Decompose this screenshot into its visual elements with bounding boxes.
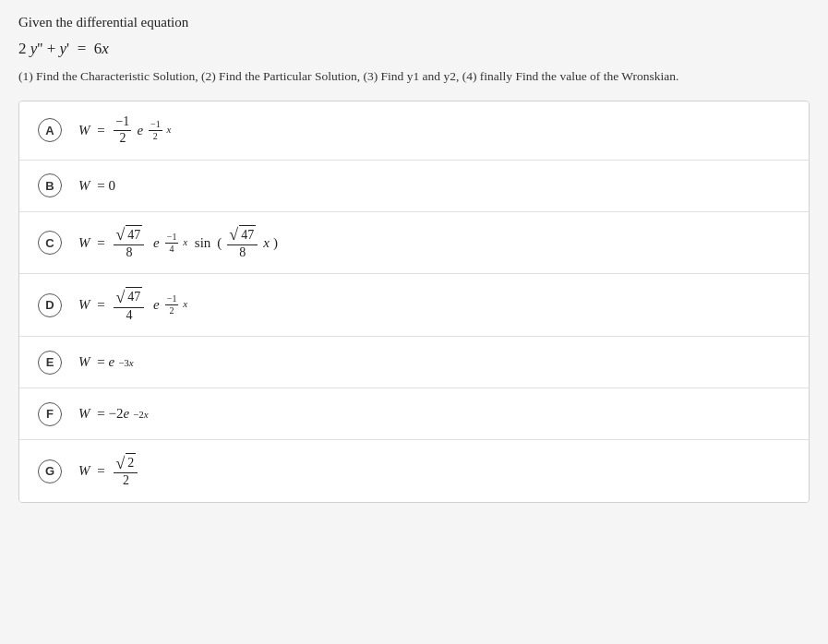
eq-text: 2 y'' + y' = 6x (18, 40, 109, 58)
option-circle-g: G (38, 459, 62, 483)
option-content-c: W = √ 47 8 e −1 4 x sin ( (78, 225, 278, 261)
instruction-text: (1) Find the Characteristic Solution, (2… (18, 69, 810, 84)
option-content-a: W = −1 2 e −1 2 x (78, 114, 171, 147)
option-row-g[interactable]: G W = √ 2 2 (19, 440, 809, 502)
fraction-neg1-2: −1 2 (114, 114, 131, 147)
option-row-a[interactable]: A W = −1 2 e −1 2 x (19, 101, 809, 161)
option-row-b[interactable]: B W = 0 (19, 161, 809, 212)
option-row-d[interactable]: D W = √ 47 4 e −1 2 x (19, 274, 809, 337)
frac-sqrt47-8-c2: √ 47 8 (227, 225, 258, 261)
option-content-b: W = 0 (78, 178, 115, 194)
option-circle-c: C (38, 231, 62, 255)
options-list: A W = −1 2 e −1 2 x B W = 0 C (18, 101, 810, 503)
option-content-g: W = √ 2 2 (78, 453, 139, 489)
option-circle-d: D (38, 293, 62, 317)
option-circle-b: B (38, 173, 62, 197)
option-row-c[interactable]: C W = √ 47 8 e −1 4 x (19, 212, 809, 275)
option-content-e: W = e −3x (78, 354, 134, 370)
option-circle-e: E (38, 351, 62, 375)
frac-sqrt47-8-c: √ 47 8 (114, 225, 144, 261)
option-circle-a: A (38, 118, 62, 142)
frac-sqrt2-2-g: √ 2 2 (114, 453, 138, 489)
main-equation: 2 y'' + y' = 6x (18, 40, 810, 58)
question-intro: Given the differential equation (18, 15, 810, 30)
option-row-e[interactable]: E W = e −3x (19, 337, 809, 388)
intro-text: Given the differential equation (18, 15, 188, 30)
option-row-f[interactable]: F W = −2e −2x (19, 388, 809, 440)
frac-sqrt47-4-d: √ 47 4 (114, 287, 144, 323)
option-circle-f: F (38, 402, 62, 426)
option-content-d: W = √ 47 4 e −1 2 x (78, 287, 187, 323)
option-content-f: W = −2e −2x (78, 406, 149, 422)
